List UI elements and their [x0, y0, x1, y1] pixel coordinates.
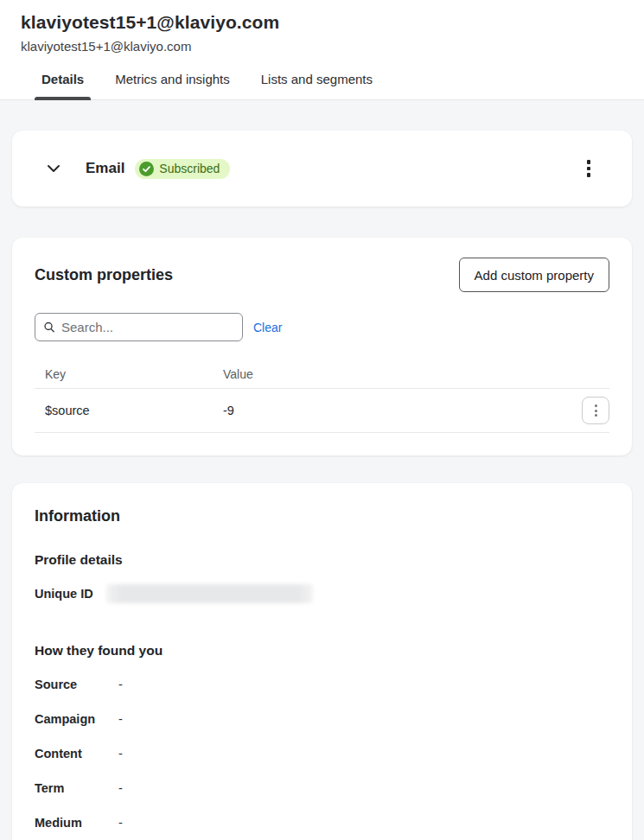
status-badge: Subscribed — [135, 159, 230, 179]
email-channel-card: Email Subscribed — [12, 130, 632, 207]
email-card-menu-button[interactable] — [583, 156, 595, 181]
unique-id-row: Unique ID — [35, 584, 609, 603]
status-badge-label: Subscribed — [159, 162, 220, 175]
channel-name: Email — [86, 160, 124, 177]
custom-properties-table: Key Value $source -9 — [35, 360, 609, 433]
custom-properties-title: Custom properties — [35, 266, 173, 284]
tab-details[interactable]: Details — [35, 72, 91, 99]
active-tab-underline — [35, 97, 91, 100]
expand-email-card-button[interactable] — [43, 158, 64, 179]
information-card: Information Profile details Unique ID Ho… — [12, 483, 632, 840]
unique-id-redacted-value — [106, 584, 313, 603]
property-row-menu-button[interactable] — [582, 397, 609, 424]
column-header-key: Key — [35, 367, 223, 381]
content-row: Content - — [35, 745, 609, 762]
content-label: Content — [35, 747, 118, 760]
term-label: Term — [35, 781, 118, 795]
profile-email-subtitle: klaviyotest15+1@klaviyo.com — [21, 39, 623, 54]
profile-details-section-title: Profile details — [35, 552, 609, 568]
medium-value: - — [118, 816, 123, 830]
tab-lists-label: Lists and segments — [261, 72, 373, 86]
column-header-value: Value — [223, 367, 253, 381]
unique-id-label: Unique ID — [35, 587, 106, 601]
term-row: Term - — [35, 780, 609, 797]
page-content: Email Subscribed Custom properties Add c… — [0, 100, 644, 840]
campaign-label: Campaign — [35, 712, 118, 726]
table-header-row: Key Value — [35, 360, 609, 388]
property-key: $source — [35, 404, 223, 417]
medium-label: Medium — [35, 816, 118, 830]
check-circle-icon — [139, 162, 154, 176]
add-custom-property-button[interactable]: Add custom property — [459, 258, 609, 292]
profile-header: klaviyotest15+1@klaviyo.com klaviyotest1… — [0, 0, 644, 100]
source-value: - — [118, 678, 123, 691]
chevron-down-icon — [45, 160, 62, 177]
page-title: klaviyotest15+1@klaviyo.com — [21, 12, 623, 33]
property-value: -9 — [223, 404, 234, 417]
tab-metrics-label: Metrics and insights — [115, 72, 230, 86]
medium-row: Medium - — [35, 814, 609, 831]
profile-tabs: Details Metrics and insights Lists and s… — [21, 72, 623, 99]
kebab-menu-icon — [595, 404, 597, 407]
kebab-menu-icon — [587, 160, 591, 164]
search-input[interactable] — [61, 320, 233, 334]
search-icon — [44, 321, 54, 334]
tab-metrics-and-insights[interactable]: Metrics and insights — [108, 72, 237, 99]
clear-search-link[interactable]: Clear — [253, 321, 282, 334]
source-row: Source - — [35, 676, 609, 693]
table-row: $source -9 — [35, 388, 609, 433]
content-value: - — [118, 747, 123, 760]
information-title: Information — [35, 507, 609, 525]
campaign-value: - — [118, 712, 123, 726]
tab-lists-and-segments[interactable]: Lists and segments — [254, 72, 379, 99]
custom-properties-card: Custom properties Add custom property Cl… — [12, 238, 632, 455]
campaign-row: Campaign - — [35, 710, 609, 728]
how-they-found-you-section-title: How they found you — [35, 643, 609, 659]
tab-details-label: Details — [41, 72, 84, 86]
term-value: - — [118, 781, 123, 795]
search-box — [35, 313, 243, 341]
source-label: Source — [35, 678, 118, 691]
